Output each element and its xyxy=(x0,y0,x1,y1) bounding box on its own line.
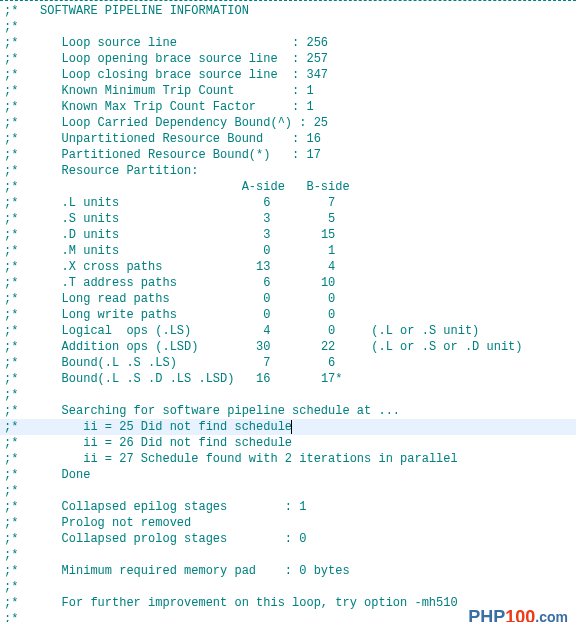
title: SOFTWARE PIPELINE INFORMATION xyxy=(40,4,249,18)
blank: ;* xyxy=(0,19,576,35)
row-t: ;* .T address paths 6 10 xyxy=(0,275,576,291)
watermark-php: PHP xyxy=(468,607,505,622)
row-s: ;* .S units 3 5 xyxy=(0,211,576,227)
epilog: ;* Collapsed epilog stages : 1 xyxy=(0,499,576,515)
row-bound-lsd: ;* Bound(.L .S .D .LS .LSD) 16 17* xyxy=(0,371,576,387)
text-cursor xyxy=(291,420,292,434)
blank: ;* xyxy=(0,579,576,595)
col-headers: ;* A-side B-side xyxy=(0,179,576,195)
watermark: PHP100.com 中文网 xyxy=(468,609,568,622)
info-close-brace: ;* Loop closing brace source line : 347 xyxy=(0,67,576,83)
watermark-100: 100 xyxy=(505,607,535,622)
prolog-note: ;* Prolog not removed xyxy=(0,515,576,531)
blank: ;* xyxy=(0,387,576,403)
info-unpart: ;* Unpartitioned Resource Bound : 16 xyxy=(0,131,576,147)
info-loop-src: ;* Loop source line : 256 xyxy=(0,35,576,51)
info-min-trip: ;* Known Minimum Trip Count : 1 xyxy=(0,83,576,99)
row-longread: ;* Long read paths 0 0 xyxy=(0,291,576,307)
row-m: ;* .M units 0 1 xyxy=(0,243,576,259)
mem-pad: ;* Minimum required memory pad : 0 bytes xyxy=(0,563,576,579)
title-line: ;* SOFTWARE PIPELINE INFORMATION xyxy=(0,3,576,19)
row-logical: ;* Logical ops (.LS) 4 0 (.L or .S unit) xyxy=(0,323,576,339)
search-ii26: ;* ii = 26 Did not find schedule xyxy=(0,435,576,451)
info-part: ;* Partitioned Resource Bound(*) : 17 xyxy=(0,147,576,163)
row-l: ;* .L units 6 7 xyxy=(0,195,576,211)
info-open-brace: ;* Loop opening brace source line : 257 xyxy=(0,51,576,67)
info-max-trip: ;* Known Max Trip Count Factor : 1 xyxy=(0,99,576,115)
prolog: ;* Collapsed prolog stages : 0 xyxy=(0,531,576,547)
search-ii27: ;* ii = 27 Schedule found with 2 iterati… xyxy=(0,451,576,467)
watermark-com: .com xyxy=(535,609,568,622)
search-header: ;* Searching for software pipeline sched… xyxy=(0,403,576,419)
row-bound-ls: ;* Bound(.L .S .LS) 7 6 xyxy=(0,355,576,371)
pipeline-info-block: ;* SOFTWARE PIPELINE INFORMATION ;* ;* L… xyxy=(0,0,576,622)
search-ii25: ;* ii = 25 Did not find schedule xyxy=(0,419,576,435)
info-carried-dep: ;* Loop Carried Dependency Bound(^) : 25 xyxy=(0,115,576,131)
row-d: ;* .D units 3 15 xyxy=(0,227,576,243)
partition-header: ;* Resource Partition: xyxy=(0,163,576,179)
row-longwrite: ;* Long write paths 0 0 xyxy=(0,307,576,323)
search-done: ;* Done xyxy=(0,467,576,483)
row-x: ;* .X cross paths 13 4 xyxy=(0,259,576,275)
blank: ;* xyxy=(0,483,576,499)
blank: ;* xyxy=(0,547,576,563)
row-addition: ;* Addition ops (.LSD) 30 22 (.L or .S o… xyxy=(0,339,576,355)
